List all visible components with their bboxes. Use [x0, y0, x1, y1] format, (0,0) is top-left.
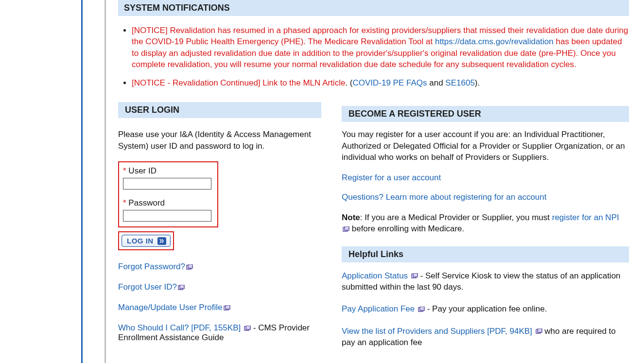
login-help-links: Forgot Password? Forgot User ID? Manage/… — [118, 262, 315, 343]
chevron-right-icon — [157, 237, 166, 245]
pay-fee-desc: - Pay your application fee online. — [425, 304, 547, 313]
userid-label: * User ID — [123, 166, 213, 176]
svg-rect-7 — [246, 326, 250, 329]
forgot-userid-link[interactable]: Forgot User ID? — [118, 282, 177, 292]
user-login-header: USER LOGIN — [118, 102, 321, 118]
external-link-icon — [343, 226, 349, 232]
forgot-password-link[interactable]: Forgot Password? — [118, 262, 185, 271]
content-panel: SYSTEM NOTIFICATIONS [NOTICE] Revalidati… — [104, 0, 641, 363]
manage-profile-link[interactable]: Manage/Update User Profile — [118, 303, 223, 312]
system-notifications-header: SYSTEM NOTIFICATIONS — [118, 0, 629, 16]
notice-text: ). — [475, 78, 480, 87]
password-label-text: Password — [128, 198, 165, 207]
svg-rect-15 — [538, 328, 542, 332]
external-link-icon — [186, 264, 193, 270]
view-providers-suppliers-link[interactable]: View the list of Providers and Suppliers… — [342, 327, 532, 336]
register-npi-link[interactable]: register for an NPI — [552, 213, 619, 222]
register-intro-text: You may register for a user account if y… — [342, 129, 629, 163]
login-button-highlight: LOG IN — [118, 231, 174, 250]
external-link-icon — [411, 273, 418, 279]
notice-text: and — [427, 78, 446, 87]
svg-rect-11 — [413, 273, 418, 277]
svg-rect-9 — [345, 226, 349, 230]
register-column: BECOME A REGISTERED USER You may registe… — [342, 102, 629, 359]
revalidation-link-a[interactable]: https://data — [435, 37, 476, 46]
note-row: Note: If you are a Medical Provider or S… — [342, 212, 629, 235]
notice-item: [NOTICE - Revalidation Continued] Link t… — [132, 77, 629, 88]
external-link-icon — [536, 328, 542, 334]
login-button[interactable]: LOG IN — [122, 235, 171, 247]
revalidation-link-b[interactable]: .cms.gov/revalidation — [476, 37, 554, 46]
userid-label-text: User ID — [128, 166, 157, 175]
helpful-links-header: Helpful Links — [342, 246, 629, 262]
login-intro-text: Please use your I&A (Identity & Access M… — [118, 129, 315, 152]
notice-red-text: [NOTICE - Revalidation Continued] Link t… — [132, 78, 345, 87]
notices-list: [NOTICE] Revalidation has resumed in a p… — [118, 25, 629, 88]
who-should-i-call-link[interactable]: Who Should I Call? [PDF, 155KB] — [118, 323, 241, 332]
external-link-icon — [244, 326, 251, 331]
svg-rect-3 — [180, 285, 184, 289]
external-link-icon — [418, 307, 425, 312]
external-link-icon — [224, 305, 230, 311]
se1605-link[interactable]: SE1605 — [445, 78, 475, 87]
note-text: : If you are a Medical Provider or Suppl… — [360, 213, 552, 222]
application-status-link[interactable]: Application Status — [342, 271, 408, 280]
required-star-icon: * — [123, 198, 126, 207]
external-link-icon — [178, 285, 185, 291]
register-account-link[interactable]: Register for a user account — [342, 173, 441, 182]
notice-item: [NOTICE] Revalidation has resumed in a p… — [132, 25, 629, 70]
svg-rect-1 — [188, 264, 192, 268]
password-label: * Password — [123, 198, 213, 208]
helpful-links-list: Application Status - Self Service Kiosk … — [342, 270, 629, 348]
notice-text: . ( — [345, 78, 352, 87]
become-registered-user-header: BECOME A REGISTERED USER — [342, 106, 629, 122]
userid-input[interactable] — [123, 178, 211, 190]
svg-rect-13 — [420, 307, 424, 311]
login-button-label: LOG IN — [127, 237, 154, 245]
questions-register-link[interactable]: Questions? Learn more about registering … — [342, 192, 546, 202]
password-input[interactable] — [123, 210, 211, 222]
login-column: USER LOGIN Please use your I&A (Identity… — [118, 102, 315, 353]
login-form-box: * User ID * Password — [118, 161, 218, 227]
covid-faqs-link[interactable]: COVID-19 PE FAQs — [352, 78, 427, 87]
pay-application-fee-link[interactable]: Pay Application Fee — [342, 304, 415, 313]
note-after: before enrolling with Medicare. — [349, 224, 464, 233]
note-bold: Note — [342, 213, 360, 222]
svg-rect-5 — [226, 305, 230, 309]
required-star-icon: * — [123, 166, 126, 175]
